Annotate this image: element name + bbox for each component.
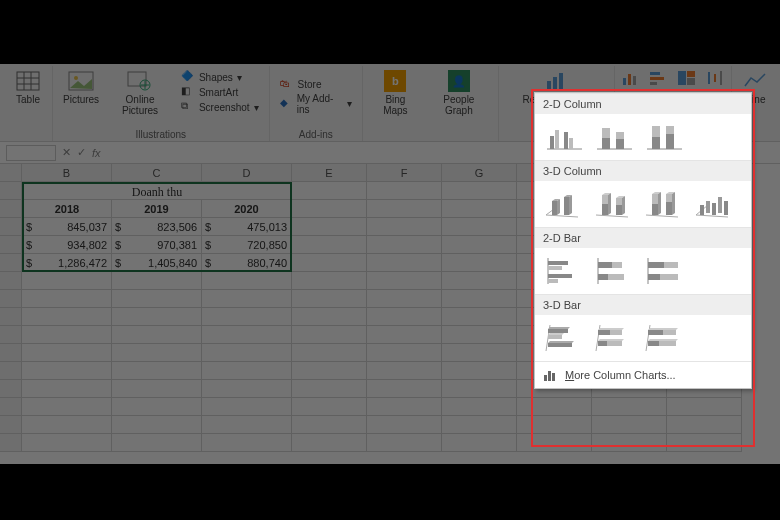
clustered-column-3d[interactable] [543, 187, 585, 221]
enter-icon[interactable]: ✓ [77, 146, 86, 159]
cancel-icon[interactable]: ✕ [62, 146, 71, 159]
shapes-button[interactable]: 🔷Shapes ▾ [181, 70, 259, 84]
treemap-icon[interactable] [677, 70, 697, 86]
100-stacked-column-2d[interactable] [643, 120, 685, 154]
online-pictures-button[interactable]: Online Pictures [107, 68, 173, 118]
svg-line-39 [546, 215, 578, 217]
chevron-down-icon: ▾ [254, 102, 259, 113]
100-stacked-column-3d[interactable] [643, 187, 685, 221]
col-header[interactable]: C [112, 164, 202, 182]
svg-rect-26 [555, 130, 559, 149]
svg-rect-108 [544, 375, 547, 381]
svg-marker-51 [608, 193, 611, 215]
svg-rect-73 [548, 261, 568, 265]
svg-rect-32 [616, 132, 624, 139]
svg-rect-109 [548, 371, 551, 381]
store-button[interactable]: 🛍Store [280, 78, 353, 92]
col-header[interactable]: D [202, 164, 292, 182]
svg-marker-91 [548, 333, 564, 335]
name-box[interactable] [6, 145, 56, 161]
year-header[interactable]: 2018 [22, 200, 112, 218]
svg-marker-97 [598, 328, 624, 330]
col-header[interactable]: F [367, 164, 442, 182]
svg-rect-70 [718, 197, 722, 213]
svg-rect-44 [564, 197, 569, 215]
column-chart-icon[interactable] [621, 70, 641, 86]
row-header[interactable] [0, 182, 22, 200]
section-3d-column: 3-D Column [535, 160, 751, 181]
svg-marker-100 [598, 339, 624, 341]
svg-rect-9 [547, 81, 551, 89]
smartart-button[interactable]: ◧SmartArt [181, 85, 259, 99]
100-stacked-bar-3d[interactable] [643, 321, 685, 355]
clustered-bar-3d[interactable] [543, 321, 585, 355]
section-3d-bar: 3-D Bar [535, 294, 751, 315]
row-header[interactable] [0, 254, 22, 272]
svg-rect-33 [616, 139, 624, 149]
recommended-charts-icon [543, 70, 571, 92]
chevron-down-icon: ▾ [347, 98, 352, 109]
svg-rect-83 [648, 262, 664, 268]
3d-column[interactable] [693, 187, 735, 221]
row-header[interactable] [0, 218, 22, 236]
svg-rect-36 [652, 137, 660, 149]
clustered-column-2d[interactable] [543, 120, 585, 154]
stacked-column-2d[interactable] [593, 120, 635, 154]
svg-marker-46 [569, 195, 572, 215]
insert-table-button[interactable]: Table [10, 68, 46, 107]
svg-rect-106 [659, 341, 676, 346]
svg-rect-27 [564, 132, 568, 149]
fx-label[interactable]: fx [92, 147, 101, 159]
svg-rect-13 [628, 74, 631, 85]
screenshot-button[interactable]: ⧉Screenshot ▾ [181, 100, 259, 114]
illustrations-group-label: Illustrations [53, 129, 269, 140]
stacked-column-3d[interactable] [593, 187, 635, 221]
clustered-bar-2d[interactable] [543, 254, 585, 288]
row-header[interactable] [0, 200, 22, 218]
svg-rect-7 [128, 72, 146, 86]
svg-rect-14 [633, 76, 636, 85]
svg-rect-76 [548, 279, 558, 283]
online-pictures-icon [126, 70, 154, 92]
year-header[interactable]: 2020 [202, 200, 292, 218]
svg-rect-41 [552, 201, 557, 215]
col-header[interactable]: G [442, 164, 517, 182]
addins-group-label: Add-ins [270, 129, 363, 140]
svg-rect-98 [598, 341, 607, 346]
svg-rect-10 [553, 77, 557, 89]
100-stacked-bar-2d[interactable] [643, 254, 685, 288]
svg-rect-30 [602, 128, 610, 138]
stock-icon[interactable] [705, 70, 725, 86]
section-2d-bar: 2-D Bar [535, 227, 751, 248]
svg-rect-85 [648, 274, 660, 280]
shapes-icon: 🔷 [181, 70, 195, 84]
svg-rect-28 [569, 138, 573, 149]
svg-rect-48 [602, 195, 608, 204]
svg-rect-80 [598, 274, 608, 280]
chevron-down-icon: ▾ [237, 72, 242, 83]
col-header[interactable]: B [22, 164, 112, 182]
svg-rect-16 [650, 77, 664, 80]
more-column-charts[interactable]: More Column Charts... [535, 361, 751, 388]
svg-rect-20 [687, 78, 695, 85]
pictures-button[interactable]: Pictures [59, 68, 103, 118]
my-addins-button[interactable]: ◆My Add-ins ▾ [280, 93, 353, 115]
row-header[interactable] [0, 236, 22, 254]
svg-rect-84 [664, 262, 678, 268]
year-header[interactable]: 2019 [112, 200, 202, 218]
stacked-bar-2d[interactable] [593, 254, 635, 288]
bing-maps-button[interactable]: b Bing Maps [369, 68, 422, 118]
svg-rect-19 [687, 71, 695, 77]
column-chart-icon [543, 368, 559, 382]
svg-rect-79 [612, 262, 622, 268]
store-icon: 🛍 [280, 78, 294, 92]
bar-chart-icon[interactable] [649, 70, 669, 86]
stacked-bar-3d[interactable] [593, 321, 635, 355]
people-graph-icon: 👤 [448, 70, 470, 92]
svg-rect-35 [652, 126, 660, 137]
col-header[interactable]: E [292, 164, 367, 182]
svg-rect-61 [666, 194, 672, 202]
table-title-cell[interactable]: Doanh thu [22, 182, 292, 200]
svg-rect-74 [548, 266, 562, 270]
people-graph-button[interactable]: 👤 People Graph [426, 68, 492, 118]
